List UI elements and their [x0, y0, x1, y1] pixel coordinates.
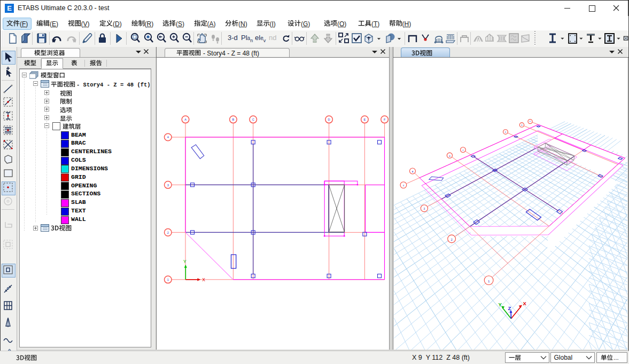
svg-text:A: A — [184, 118, 187, 121]
svg-text:F: F — [530, 121, 531, 123]
svg-text:A: A — [412, 170, 414, 173]
svg-text:1: 1 — [167, 278, 169, 281]
svg-text:D: D — [328, 118, 330, 121]
svg-text:B: B — [232, 118, 235, 121]
svg-text:2: 2 — [167, 231, 169, 234]
svg-text:C: C — [252, 118, 254, 121]
svg-text:4: 4 — [167, 136, 169, 139]
svg-text:2: 2 — [451, 238, 453, 241]
svg-text:X: X — [523, 300, 526, 306]
svg-text:3: 3 — [167, 184, 169, 187]
svg-text:Y: Y — [183, 259, 187, 264]
svg-text:E: E — [364, 118, 366, 121]
svg-text:Z: Z — [508, 305, 511, 311]
svg-text:3: 3 — [424, 208, 425, 210]
svg-text:1: 1 — [488, 280, 490, 283]
svg-text:E: E — [521, 124, 522, 126]
svg-text:Y: Y — [498, 302, 502, 307]
svg-text:X: X — [202, 277, 205, 282]
